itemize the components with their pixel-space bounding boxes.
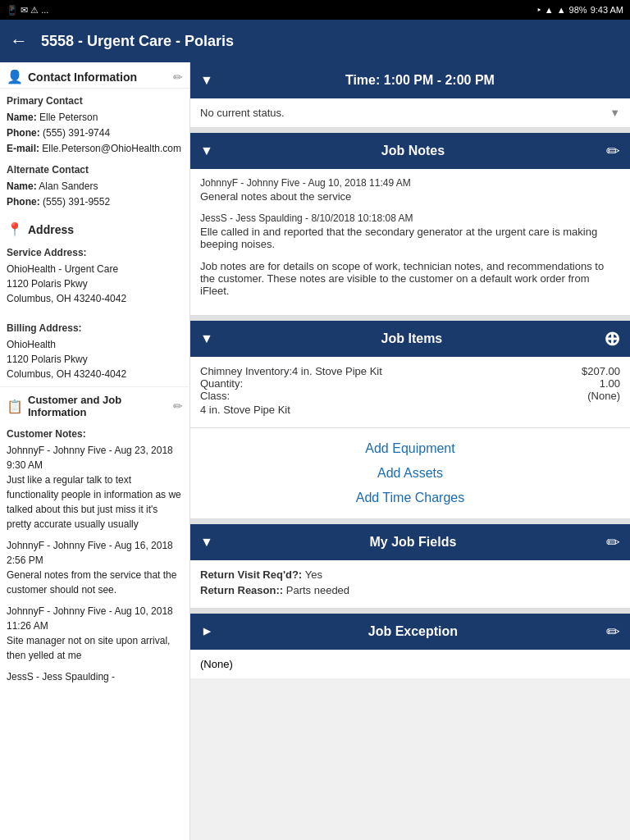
status-bar-left: 📱 ✉ ⚠ ... <box>7 5 48 16</box>
name-value: Elle Peterson <box>39 112 98 123</box>
quantity-value: 1.00 <box>600 377 620 390</box>
back-button[interactable]: ← <box>10 30 28 52</box>
current-status-text: No current status. <box>200 107 285 119</box>
customer-note-4: JessS - Jess Spaulding - <box>7 669 183 684</box>
job-items-title: Job Items <box>220 331 604 346</box>
action-buttons-section: Add Equipment Add Assets Add Time Charge… <box>190 428 630 519</box>
battery-level: 98% <box>569 5 587 15</box>
phone-key: Phone: <box>7 127 40 139</box>
email-value: Elle.Peterson@OhioHealth.com <box>42 143 181 154</box>
job-note-1: JohnnyF - Johnny Five - Aug 10, 2018 11:… <box>200 177 620 203</box>
email-key: E-mail: <box>7 143 39 154</box>
time-display: Time: 1:00 PM - 2:00 PM <box>220 73 620 88</box>
left-panel: 👤 Contact Information ✏ Primary Contact … <box>0 62 190 840</box>
return-visit-value: Yes <box>305 568 322 581</box>
time-section-header[interactable]: ▼ Time: 1:00 PM - 2:00 PM <box>190 62 630 98</box>
add-assets-button[interactable]: Add Assets <box>200 466 620 481</box>
alt-name-row: Name: Alan Sanders <box>7 179 183 194</box>
contact-info-header: 👤 Contact Information ✏ <box>0 62 189 89</box>
item-quantity-row: Quantity: 1.00 <box>200 377 620 390</box>
job-note-2: JessS - Jess Spaulding - 8/10/2018 10:18… <box>200 212 620 250</box>
billing-address-line2: 1120 Polaris Pkwy <box>7 352 183 367</box>
time-chevron-icon: ▼ <box>200 73 213 88</box>
return-reason-key: Return Reason:: <box>200 584 286 596</box>
alt-name-value: Alan Sanders <box>39 180 98 192</box>
billing-address-line1: OhioHealth <box>7 337 183 352</box>
address-content: Service Address: OhioHealth - Urgent Car… <box>0 240 189 386</box>
job-exception-content: (None) <box>190 650 630 678</box>
billing-address-label: Billing Address: <box>7 321 183 336</box>
customer-info-content: Customer Notes: JohnnyF - Johnny Five - … <box>0 422 189 689</box>
job-notes-title: Job Notes <box>220 144 606 158</box>
add-time-charges-button[interactable]: Add Time Charges <box>200 491 620 505</box>
service-address-line3: Columbus, OH 43240-4042 <box>7 291 183 306</box>
address-icon: 📍 <box>7 221 23 237</box>
notification-icons: 📱 ✉ ⚠ ... <box>7 5 48 16</box>
my-job-fields-content: Return Visit Req'd?: Yes Return Reason::… <box>190 560 630 609</box>
add-equipment-button[interactable]: Add Equipment <box>200 441 620 456</box>
job-exception-value: (None) <box>200 658 233 670</box>
customer-note-1: JohnnyF - Johnny Five - Aug 23, 2018 9:3… <box>7 443 183 532</box>
alt-phone-value: (555) 391-9552 <box>43 196 110 208</box>
wifi-icon: ▲ <box>545 5 554 15</box>
primary-contact-label: Primary Contact <box>7 94 183 108</box>
customer-info-edit-button[interactable]: ✏ <box>173 399 183 413</box>
note-1-author: JohnnyF - Johnny Five - Aug 10, 2018 11:… <box>200 177 620 189</box>
job-exception-chevron-icon: ▼ <box>199 625 214 638</box>
billing-address-line3: Columbus, OH 43240-4042 <box>7 367 183 381</box>
status-bar-right: ‣ ▲ ▲ 98% 9:43 AM <box>536 5 623 16</box>
bluetooth-icon: ‣ <box>536 5 541 16</box>
customer-note-3: JohnnyF - Johnny Five - Aug 10, 2018 11:… <box>7 604 183 663</box>
note-2-text: Elle called in and reported that the sec… <box>200 226 620 250</box>
item-price: $207.00 <box>582 365 620 377</box>
job-item-1: Chimney Inventory:4 in. Stove Pipe Kit $… <box>200 365 620 416</box>
job-exception-header[interactable]: ▼ Job Exception ✏ <box>190 614 630 650</box>
customer-info-header: 📋 Customer and Job Information ✏ <box>0 386 189 422</box>
job-exception-edit-button[interactable]: ✏ <box>606 622 620 641</box>
name-key: Name: <box>7 112 37 123</box>
customer-note-2: JohnnyF - Johnny Five - Aug 16, 2018 2:5… <box>7 538 183 597</box>
primary-phone-row: Phone: (555) 391-9744 <box>7 126 183 140</box>
alt-name-key: Name: <box>7 180 37 192</box>
class-label: Class: <box>200 390 230 402</box>
class-value: (None) <box>587 390 620 402</box>
status-row: No current status. ▼ <box>190 98 630 128</box>
job-note-3: Job notes are for details on scope of wo… <box>200 260 620 297</box>
job-items-header[interactable]: ▼ Job Items ⊕ <box>190 321 630 357</box>
job-notes-edit-button[interactable]: ✏ <box>606 141 620 161</box>
job-exception-title: Job Exception <box>220 624 606 639</box>
job-notes-content: JohnnyF - Johnny Five - Aug 10, 2018 11:… <box>190 169 630 316</box>
note-1-text: General notes about the service <box>200 190 620 203</box>
my-job-fields-title: My Job Fields <box>220 535 606 550</box>
service-address-label: Service Address: <box>7 245 183 260</box>
item-name-price-row: Chimney Inventory:4 in. Stove Pipe Kit $… <box>200 365 620 377</box>
contact-info-edit-button[interactable]: ✏ <box>173 71 183 84</box>
alt-phone-row: Phone: (555) 391-9552 <box>7 194 183 209</box>
return-reason-field: Return Reason:: Parts needed <box>200 584 620 596</box>
page-title: 5558 - Urgent Care - Polaris <box>41 33 234 50</box>
return-visit-key: Return Visit Req'd?: <box>200 568 305 581</box>
item-description: 4 in. Stove Pipe Kit <box>200 404 620 416</box>
return-reason-value: Parts needed <box>286 584 349 596</box>
job-items-content: Chimney Inventory:4 in. Stove Pipe Kit $… <box>190 357 630 428</box>
service-address-line2: 1120 Polaris Pkwy <box>7 276 183 291</box>
alt-phone-key: Phone: <box>7 196 40 208</box>
phone-value: (555) 391-9744 <box>43 127 110 139</box>
address-header: 📍 Address <box>0 215 189 240</box>
status-bar: 📱 ✉ ⚠ ... ‣ ▲ ▲ 98% 9:43 AM <box>0 0 630 20</box>
my-job-fields-edit-button[interactable]: ✏ <box>606 532 620 552</box>
clock: 9:43 AM <box>591 5 623 15</box>
my-job-fields-header[interactable]: ▼ My Job Fields ✏ <box>190 524 630 560</box>
job-items-add-button[interactable]: ⊕ <box>604 327 620 350</box>
job-items-chevron-icon: ▼ <box>200 331 213 346</box>
note-2-author: JessS - Jess Spaulding - 8/10/2018 10:18… <box>200 212 620 224</box>
status-expand-icon[interactable]: ▼ <box>609 107 620 119</box>
signal-icon: ▲ <box>557 5 566 15</box>
contact-info-content: Primary Contact Name: Elle Peterson Phon… <box>0 89 189 215</box>
job-notes-header[interactable]: ▼ Job Notes ✏ <box>190 133 630 169</box>
service-address-line1: OhioHealth - Urgent Care <box>7 262 183 276</box>
app-header: ← 5558 - Urgent Care - Polaris <box>0 20 630 62</box>
primary-email-row: E-mail: Elle.Peterson@OhioHealth.com <box>7 141 183 156</box>
job-notes-chevron-icon: ▼ <box>200 144 213 158</box>
alternate-contact-section: Alternate Contact Name: Alan Sanders Pho… <box>7 162 183 209</box>
